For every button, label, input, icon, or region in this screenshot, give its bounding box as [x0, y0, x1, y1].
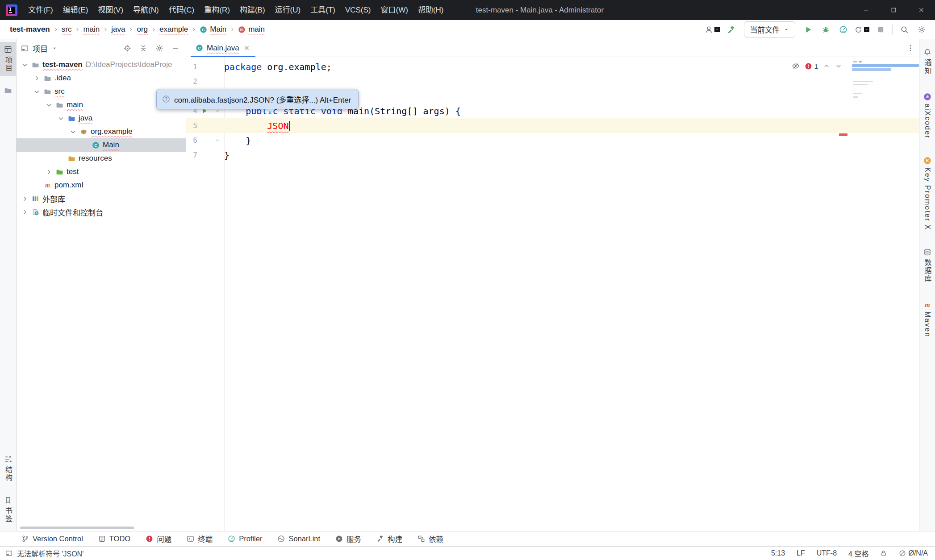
next-error-icon[interactable] [835, 62, 842, 70]
breadcrumb-item[interactable]: main [81, 24, 101, 35]
code-line[interactable]: 5 JSON [186, 118, 919, 133]
tool-window-button[interactable]: 构建 [376, 534, 402, 544]
inspections-widget[interactable]: 1 [792, 62, 842, 70]
code-editor[interactable]: 1package org.example;234 public static v… [186, 57, 919, 531]
menu-item[interactable]: 构建(B) [235, 0, 270, 20]
menu-item[interactable]: 工具(T) [305, 0, 340, 20]
error-stripe-mark[interactable] [839, 133, 847, 136]
stripe-button[interactable]: 项目 [0, 42, 16, 76]
tree-item[interactable]: 外部库 [17, 192, 186, 205]
stop-button[interactable] [873, 22, 888, 37]
breadcrumb-item[interactable]: mmain [236, 24, 267, 35]
import-suggestion-tooltip[interactable]: ? com.alibaba.fastjson2.JSON? (多重选择...) … [156, 89, 359, 109]
close-button[interactable] [907, 0, 935, 20]
horizontal-scrollbar[interactable] [20, 527, 134, 529]
tree-item[interactable]: .idea [17, 71, 186, 85]
chevron-up-icon[interactable] [214, 137, 220, 143]
tool-window-button[interactable]: Version Control [21, 535, 83, 543]
tree-item[interactable]: resources [17, 152, 186, 165]
stripe-button[interactable]: aaiXcoder [919, 89, 935, 142]
debug-button[interactable] [818, 22, 833, 37]
tool-window-button[interactable]: SonarLint [277, 535, 320, 543]
menu-item[interactable]: 编辑(E) [58, 0, 93, 20]
stripe-button[interactable]: 数据库 [919, 245, 935, 286]
breadcrumb-item[interactable]: test-maven [8, 24, 52, 35]
run-button[interactable] [801, 22, 815, 37]
menu-item[interactable]: 视图(V) [93, 0, 128, 20]
tree-item[interactable]: mpom.xml [17, 178, 186, 192]
tree-item[interactable]: 临时文件和控制台 [17, 205, 186, 219]
chevron-down-icon[interactable] [21, 61, 29, 69]
stripe-button[interactable] [0, 83, 16, 98]
build-project-button[interactable] [724, 22, 738, 37]
sonarlint-status[interactable]: Ø/N/A [899, 549, 928, 557]
layout-icon[interactable] [5, 550, 13, 557]
tool-window-button[interactable]: 服务 [335, 534, 361, 544]
run-with-coverage-button[interactable] [853, 22, 870, 37]
settings-button[interactable] [914, 22, 929, 37]
code-line[interactable]: 6 } [186, 133, 919, 148]
project-panel-title[interactable]: 项目 [33, 43, 48, 54]
tree-item[interactable]: test-maven D:\IdeaProjects\IdeaProje [17, 58, 186, 71]
user-button[interactable] [704, 22, 721, 37]
tree-item[interactable]: java [17, 112, 186, 125]
breadcrumb-item[interactable]: example [158, 24, 190, 35]
tool-window-button[interactable]: Profiler [228, 535, 262, 543]
file-encoding[interactable]: UTF-8 [817, 549, 837, 557]
tool-window-button[interactable]: 依赖 [417, 534, 443, 544]
menu-item[interactable]: 运行(U) [270, 0, 306, 20]
tool-window-button[interactable]: 问题 [146, 534, 171, 544]
menu-item[interactable]: 帮助(H) [413, 0, 449, 20]
code-line[interactable]: 2 [186, 74, 919, 89]
chevron-right-icon[interactable] [45, 168, 53, 176]
editor-tab-main-java[interactable]: C Main.java [191, 39, 255, 57]
menu-item[interactable]: VCS(S) [340, 0, 376, 20]
run-configuration-select[interactable]: 当前文件 [744, 21, 795, 37]
menu-item[interactable]: 代码(C) [164, 0, 200, 20]
chevron-right-icon[interactable] [21, 208, 29, 216]
menu-item[interactable]: 导航(N) [128, 0, 164, 20]
breadcrumb-item[interactable]: java [109, 24, 127, 35]
menu-item[interactable]: 重构(R) [199, 0, 235, 20]
stripe-button[interactable]: 结构 [0, 452, 16, 485]
tree-item[interactable]: org.example [17, 125, 186, 138]
tool-window-button[interactable]: 终端 [187, 534, 213, 544]
search-everywhere-button[interactable] [897, 22, 911, 37]
stripe-button[interactable]: mMaven [919, 297, 935, 341]
select-opened-file-button[interactable] [121, 42, 133, 54]
breadcrumb-item[interactable]: CMain [198, 24, 228, 35]
breadcrumb-item[interactable]: src [60, 24, 74, 35]
stripe-button[interactable]: 通知 [919, 45, 935, 79]
menu-item[interactable]: 窗口(W) [376, 0, 413, 20]
line-separator[interactable]: LF [797, 549, 805, 557]
tool-window-button[interactable]: TODO [98, 535, 130, 543]
maximize-button[interactable] [880, 0, 907, 20]
hide-panel-button[interactable] [169, 42, 181, 54]
caret-position[interactable]: 5:13 [771, 549, 785, 557]
stripe-button[interactable]: 书签 [0, 493, 16, 527]
chevron-right-icon[interactable] [21, 195, 29, 203]
profiler-button[interactable] [836, 22, 850, 37]
indent-style[interactable]: 4 空格 [848, 548, 868, 559]
tree-item[interactable]: test [17, 165, 186, 178]
chevron-down-icon[interactable] [57, 115, 65, 122]
stripe-button[interactable]: KKey Promoter X [919, 153, 935, 234]
chevron-down-icon[interactable] [52, 46, 57, 51]
code-line[interactable]: 7} [186, 148, 919, 162]
chevron-down-icon[interactable] [69, 128, 77, 136]
close-tab-icon[interactable] [243, 44, 250, 52]
more-options-icon[interactable] [906, 44, 914, 52]
collapse-all-button[interactable] [137, 42, 149, 54]
tree-item[interactable]: CMain [17, 138, 186, 152]
chevron-down-icon[interactable] [33, 88, 41, 95]
highlighting-level-icon[interactable] [792, 62, 800, 70]
minimize-button[interactable] [852, 0, 880, 20]
minimap[interactable] [852, 60, 919, 144]
menu-item[interactable]: 文件(F) [23, 0, 58, 20]
breadcrumb-item[interactable]: org [135, 24, 150, 35]
lock-icon[interactable] [880, 550, 887, 557]
chevron-down-icon[interactable] [45, 101, 53, 109]
chevron-right-icon[interactable] [33, 75, 41, 82]
panel-options-button[interactable] [153, 42, 165, 54]
previous-error-icon[interactable] [823, 62, 830, 70]
